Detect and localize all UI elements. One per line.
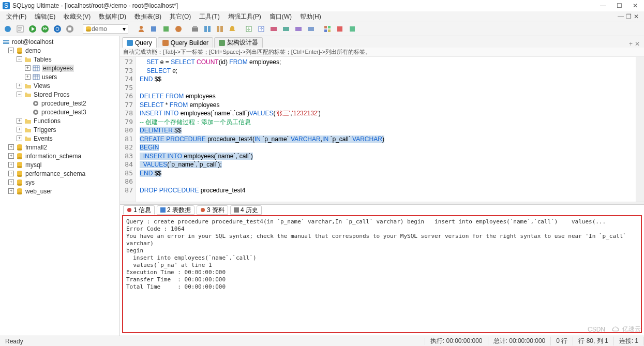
menu-help[interactable]: 帮助(H)	[297, 12, 324, 21]
code-area[interactable]: SET e = SELECT COUNT(id) FROM employees;…	[136, 57, 644, 202]
menu-table[interactable]: 数据表(B)	[131, 12, 164, 21]
mdi-minimize-button[interactable]: —	[618, 13, 624, 20]
tool-button-8[interactable]	[322, 23, 333, 35]
menu-other[interactable]: 其它(O)	[167, 12, 194, 21]
expand-icon[interactable]: +	[25, 74, 31, 80]
procedure-icon	[32, 99, 40, 108]
expand-icon[interactable]: +	[17, 136, 22, 141]
tab-query-builder[interactable]: Query Builder	[158, 37, 213, 48]
result-tab-history[interactable]: 4 历史	[230, 205, 262, 215]
expand-icon[interactable]: +	[8, 188, 14, 194]
tree-server[interactable]: root@localhost	[0, 37, 119, 46]
svg-point-5	[41, 25, 49, 33]
tree-table[interactable]: +employees	[0, 64, 119, 72]
expand-icon[interactable]: +	[17, 83, 22, 88]
menu-powertools[interactable]: 增强工具(P)	[225, 12, 264, 21]
tool-button-10[interactable]	[347, 23, 358, 35]
svg-point-53	[17, 166, 22, 168]
tab-add-button[interactable]: +	[629, 40, 633, 48]
tool-button-6[interactable]	[293, 23, 304, 35]
new-connection-button[interactable]	[2, 23, 13, 35]
refresh-button[interactable]	[52, 23, 63, 35]
tree-database[interactable]: +web_user	[0, 187, 119, 195]
svg-rect-13	[151, 26, 156, 32]
tree-folder[interactable]: −Stored Procs	[0, 90, 119, 99]
tab-schema-designer[interactable]: 架构设计器	[214, 37, 263, 48]
result-tab-objectinfo[interactable]: 3 资料	[197, 205, 228, 215]
svg-point-59	[17, 184, 22, 186]
tree-database[interactable]: +fmmall2	[0, 143, 119, 152]
tool-button-5[interactable]	[280, 23, 292, 35]
expand-icon[interactable]: +	[8, 162, 14, 168]
expand-icon[interactable]: +	[17, 118, 22, 124]
execute-button[interactable]	[27, 23, 38, 35]
menu-favorites[interactable]: 收藏夹(V)	[61, 12, 94, 21]
tool-button-7[interactable]	[305, 23, 317, 35]
tree-database[interactable]: +information_schema	[0, 152, 119, 160]
stop-button[interactable]	[64, 23, 76, 35]
minimize-button[interactable]: —	[600, 2, 606, 9]
tool-button-4[interactable]	[268, 23, 279, 35]
expand-icon[interactable]: −	[8, 48, 14, 53]
result-tabs: 1 信息 2 表数据 3 资料 4 历史	[120, 205, 644, 215]
svg-rect-8	[68, 27, 71, 31]
mdi-restore-button[interactable]: ❐	[626, 13, 632, 20]
tab-close-button[interactable]: ✕	[635, 40, 640, 48]
tree-folder[interactable]: −Tables	[0, 55, 119, 64]
tree-procedure[interactable]: procedure_test2	[0, 99, 119, 108]
database-selector[interactable]: demo ▾	[83, 24, 128, 34]
menu-database[interactable]: 数据库(D)	[96, 12, 129, 21]
user-button[interactable]	[136, 23, 147, 35]
expand-icon[interactable]: −	[17, 92, 22, 97]
tree-database[interactable]: +mysql	[0, 160, 119, 169]
output-panel[interactable]: Query : create procedure procedure_test4…	[122, 215, 642, 333]
tree-database[interactable]: +sys	[0, 178, 119, 187]
expand-icon[interactable]: −	[17, 56, 22, 62]
tree-folder[interactable]: +Events	[0, 134, 119, 143]
tool-button-1[interactable]	[148, 23, 159, 35]
export-button[interactable]	[243, 23, 254, 35]
window-title: SQLyog Ultimate - [localhost/root@/demo …	[12, 2, 600, 9]
menu-file[interactable]: 文件(F)	[3, 12, 29, 21]
expand-icon[interactable]: +	[8, 144, 14, 150]
tree-table[interactable]: +users	[0, 72, 119, 81]
schema-sync-button[interactable]	[202, 23, 213, 35]
sql-editor[interactable]: 72 73 74 75 76 77 78 79 80 81 82 83 84 8…	[120, 57, 644, 202]
tool-button-9[interactable]	[334, 23, 346, 35]
status-exec-time: 执行: 00:00:00:000	[425, 337, 488, 345]
tree-procedure[interactable]: procedure_test3	[0, 108, 119, 116]
backup-button[interactable]	[189, 23, 201, 35]
tab-label: 架构设计器	[227, 38, 258, 47]
tree-folder[interactable]: +Triggers	[0, 125, 119, 134]
menu-edit[interactable]: 编辑(E)	[32, 12, 58, 21]
result-tab-info[interactable]: 1 信息	[123, 205, 155, 215]
tree-database[interactable]: +performance_schema	[0, 169, 119, 178]
expand-icon[interactable]: +	[17, 127, 22, 132]
close-button[interactable]: ✕	[633, 2, 638, 9]
result-tab-tabledata[interactable]: 2 表数据	[157, 205, 194, 215]
mdi-close-button[interactable]: ✕	[634, 13, 639, 20]
editor-scrollbar[interactable]	[636, 57, 644, 202]
tree-folder[interactable]: +Views	[0, 81, 119, 90]
expand-icon[interactable]: +	[8, 153, 14, 159]
import-button[interactable]	[256, 23, 267, 35]
tree-database[interactable]: −demo	[0, 46, 119, 55]
svg-rect-31	[328, 29, 331, 32]
data-sync-button[interactable]	[214, 23, 226, 35]
maximize-button[interactable]: ☐	[617, 2, 622, 9]
object-browser[interactable]: root@localhost−demo−Tables+employees+use…	[0, 36, 120, 336]
tool-button-2[interactable]	[160, 23, 172, 35]
tree-folder[interactable]: +Functions	[0, 116, 119, 125]
svg-point-50	[17, 157, 22, 159]
svg-rect-33	[350, 26, 355, 32]
new-query-button[interactable]	[14, 23, 26, 35]
tool-button-3[interactable]	[173, 23, 184, 35]
notification-button[interactable]	[227, 23, 238, 35]
expand-icon[interactable]: +	[8, 171, 14, 176]
menu-tools[interactable]: 工具(T)	[196, 12, 222, 21]
menu-window[interactable]: 窗口(W)	[266, 12, 295, 21]
expand-icon[interactable]: +	[8, 179, 14, 185]
execute-all-button[interactable]	[39, 23, 51, 35]
expand-icon[interactable]: +	[25, 65, 31, 71]
tab-query[interactable]: Query	[122, 37, 157, 48]
